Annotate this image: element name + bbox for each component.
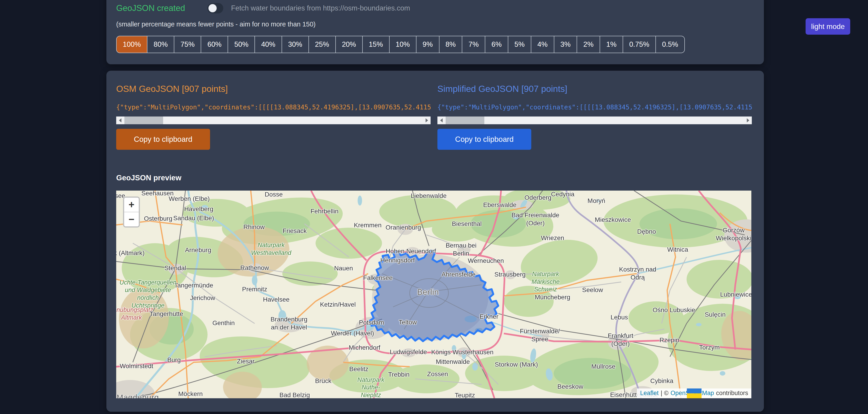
percent-option-10%[interactable]: 10% — [389, 36, 416, 53]
map-label: Mittenwalde — [436, 357, 470, 365]
scrollbar-track[interactable] — [124, 117, 423, 124]
map-label: Teltow — [399, 318, 417, 326]
water-toggle-row: GeoJSON created Fetch water boundaries f… — [116, 1, 764, 16]
map-attribution: Leaflet | © OpenStreetMap contributors — [637, 388, 751, 398]
percentage-hint: (smaller percentage means fewer points -… — [116, 21, 764, 28]
map-label: Königs Wusterhausen — [431, 348, 493, 356]
map-label: Rhinow — [243, 223, 265, 231]
percent-option-5%[interactable]: 5% — [508, 36, 531, 53]
scroll-left-icon[interactable] — [116, 117, 124, 124]
map-label: Magdeburg — [117, 392, 159, 398]
map-label: Cedynia — [551, 190, 575, 198]
scroll-right-icon[interactable] — [423, 117, 431, 124]
map-label: Burg — [167, 356, 181, 364]
map-label: Ludwigsfelde — [390, 348, 427, 356]
osm-json-preview: {"type":"MultiPolygon","coordinates":[[[… — [116, 104, 431, 111]
map-canvas[interactable]: SeehausenseeWerben (Elbe)DosseHavelbergS… — [116, 190, 751, 398]
percent-option-0.75%[interactable]: 0.75% — [623, 36, 656, 53]
scrollbar-thumb[interactable] — [124, 117, 163, 124]
map-label: Stendal — [164, 264, 186, 272]
map-label: Wolmirstedt — [120, 362, 153, 370]
map-label: Bad Belzig — [279, 391, 310, 398]
ukraine-flag-icon — [637, 388, 751, 398]
percent-option-4%[interactable]: 4% — [531, 36, 554, 53]
map-label: Kostrzyn nad Odrą — [619, 265, 656, 281]
map-label: Havelsee — [263, 295, 289, 303]
percent-option-20%[interactable]: 20% — [335, 36, 363, 53]
map-label: Cybinka — [650, 377, 673, 385]
map-label: Michendorf — [349, 343, 380, 351]
water-toggle-label: Fetch water boundaries from https://osm-… — [231, 4, 410, 12]
simplified-json-scrollbar[interactable] — [437, 117, 752, 124]
scroll-left-icon[interactable] — [437, 117, 445, 124]
scroll-right-icon[interactable] — [744, 117, 752, 124]
map-label: Biesenthal — [452, 219, 482, 228]
osm-json-scrollbar[interactable] — [116, 117, 431, 124]
map-label: Müllrose — [591, 362, 615, 370]
water-boundaries-toggle[interactable] — [207, 3, 223, 13]
copy-simplified-button[interactable]: Copy to clipboard — [437, 129, 531, 150]
map-label: Brück — [315, 377, 332, 385]
map-label: Berlin — [417, 287, 439, 297]
toggle-knob-icon — [209, 4, 217, 12]
percent-option-9%[interactable]: 9% — [416, 36, 439, 53]
simplified-geojson-title: Simplified GeoJSON [907 points] — [437, 84, 752, 94]
map-label: Naturpark Märkische Schweiz — [531, 270, 560, 293]
map-label: Friesack — [283, 227, 307, 235]
percent-option-1%[interactable]: 1% — [600, 36, 623, 53]
map-label: Ahrensfelde — [441, 270, 475, 278]
map-label: Bad Freienwalde (Oder) — [512, 211, 559, 227]
percent-option-80%[interactable]: 80% — [147, 36, 174, 53]
map-label: Naturpark Nuthe- Nieplitz — [358, 376, 384, 398]
scrollbar-thumb[interactable] — [445, 117, 484, 124]
map-label: ark (Altmark) — [116, 249, 145, 257]
map-label: Jerichow — [190, 294, 215, 302]
map-label: Hohen Neuendorf — [386, 247, 436, 255]
percent-option-7%[interactable]: 7% — [462, 36, 485, 53]
percent-option-30%[interactable]: 30% — [282, 36, 309, 53]
map-label: Osterburg — [144, 214, 173, 223]
map-label: Kremmen — [354, 221, 381, 229]
geojson-card: OSM GeoJSON [907 points] {"type":"MultiP… — [106, 71, 764, 412]
zoom-out-button[interactable]: − — [124, 212, 139, 226]
simplified-json-preview: {"type":"MultiPolygon","coordinates":[[[… — [437, 104, 752, 111]
scrollbar-track[interactable] — [445, 117, 744, 124]
map-label: Rathenow — [240, 264, 269, 271]
osm-geojson-title: OSM GeoJSON [907 points] — [116, 84, 431, 94]
percent-option-2%[interactable]: 2% — [577, 36, 600, 53]
percent-option-60%[interactable]: 60% — [201, 36, 228, 53]
map-label: Oderberg — [524, 194, 551, 202]
zoom-in-button[interactable]: + — [124, 198, 139, 212]
osm-geojson-column: OSM GeoJSON [907 points] {"type":"MultiP… — [116, 84, 431, 150]
map-label: Ziesar — [237, 357, 255, 365]
map-label: Rzepin — [659, 336, 679, 344]
percent-option-25%[interactable]: 25% — [308, 36, 336, 53]
map-label: Wriezen — [541, 234, 564, 242]
percent-option-0.5%[interactable]: 0.5% — [655, 36, 685, 53]
map-label: Tangermünde — [174, 281, 213, 289]
percent-option-75%[interactable]: 75% — [174, 36, 201, 53]
map-label: Beelitz — [349, 365, 368, 373]
map-label: Fürstenwalde/ Spree — [520, 327, 560, 343]
percent-option-8%[interactable]: 8% — [439, 36, 463, 53]
percent-option-15%[interactable]: 15% — [362, 36, 390, 53]
copy-osm-button[interactable]: Copy to clipboard — [116, 129, 210, 150]
map-label: Genthin — [212, 319, 235, 327]
percent-option-6%[interactable]: 6% — [485, 36, 508, 53]
map-label: Strausberg — [494, 270, 526, 278]
map-label: Werben (Elbe) — [169, 195, 210, 202]
map-label: penübungsplatz Altmark — [116, 306, 153, 322]
percent-option-40%[interactable]: 40% — [254, 36, 282, 53]
map-label: Naturpark Westhavelland — [251, 241, 291, 257]
map-label: Beeskow — [557, 383, 584, 390]
map-label: Liebenwalde — [411, 191, 446, 200]
map-label: Storkow (Mark) — [495, 360, 538, 368]
light-mode-button[interactable]: light mode — [806, 18, 850, 35]
percent-option-3%[interactable]: 3% — [554, 36, 577, 53]
percent-option-100%[interactable]: 100% — [116, 36, 147, 53]
map-label: Bernau bei Berlin — [445, 241, 476, 257]
status-text: GeoJSON created — [116, 3, 185, 13]
percent-option-50%[interactable]: 50% — [227, 36, 255, 53]
map-label: Gorzów Wielkopolski — [716, 226, 751, 242]
map-label: Tangerhütte — [150, 310, 183, 318]
